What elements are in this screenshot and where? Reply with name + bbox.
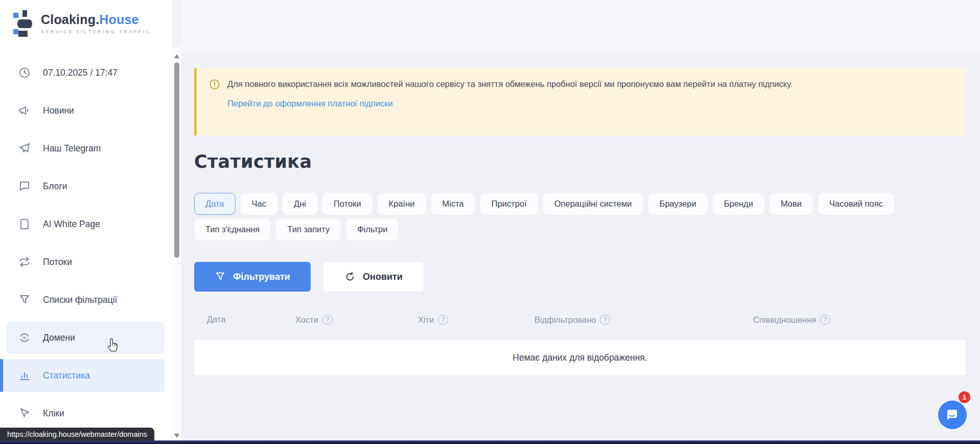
- funnel-icon: [18, 294, 31, 306]
- trial-warning-banner: Для повного використання всіх можливосте…: [194, 68, 966, 136]
- sidebar-item-label: Наш Telegram: [43, 143, 101, 154]
- filter-chips-row-1: Дата Час Дні Потоки Країни Міста Пристро…: [194, 193, 894, 215]
- sidebar-item-blogs[interactable]: Блоги: [0, 170, 165, 203]
- paper-plane-icon: [18, 142, 31, 154]
- filter-chip-brands[interactable]: Бренди: [713, 193, 764, 215]
- sidebar-item-label: 07.10.2025 / 17:47: [43, 68, 118, 78]
- filter-chip-time[interactable]: Час: [241, 193, 277, 215]
- sidebar-item-label: Потоки: [43, 257, 72, 268]
- scrollbar-thumb[interactable]: [174, 62, 179, 258]
- link-status-bar: https://cloaking.house/webmaster/domains: [0, 428, 154, 441]
- chat-bubble-icon: [18, 180, 31, 192]
- sidebar-item-label: AI White Page: [43, 219, 100, 230]
- brand-logo[interactable]: Cloaking.House SERVICE FILTERING TRAFFIC: [12, 8, 151, 38]
- refresh-icon: [344, 271, 356, 282]
- brand-tagline: SERVICE FILTERING TRAFFIC: [41, 29, 151, 34]
- column-header-date: Дата: [207, 315, 226, 324]
- sidebar-item-telegram[interactable]: Наш Telegram: [0, 132, 165, 165]
- filter-chips-row-2: Тип з'єднання Тип запиту Фільтри: [194, 218, 399, 240]
- domain-globe-icon: w: [18, 331, 31, 344]
- banner-subscribe-link[interactable]: Перейти до оформлення платної підписки: [227, 99, 393, 108]
- clock-icon: [18, 66, 31, 79]
- empty-state-text: Немає даних для відображення.: [512, 352, 647, 363]
- scroll-up-arrow[interactable]: [174, 54, 179, 58]
- filter-chip-cities[interactable]: Міста: [431, 193, 475, 215]
- filter-chip-days[interactable]: Дні: [283, 193, 317, 215]
- brand-logo-icon: [12, 8, 35, 38]
- column-header-hits: Хіти ?: [418, 315, 448, 325]
- cursor-arrow-icon: [18, 407, 31, 419]
- sidebar-nav: 07.10.2025 / 17:47 Новини Наш Telegram Б…: [0, 56, 165, 430]
- megaphone-icon: [18, 104, 31, 117]
- sidebar-item-domains[interactable]: w Домени: [6, 321, 165, 354]
- empty-state-row: Немає даних для відображення.: [194, 340, 966, 375]
- sidebar-item-label: Новини: [43, 105, 74, 116]
- sidebar-scrollbar[interactable]: [172, 47, 181, 444]
- filter-chip-request-type[interactable]: Тип запиту: [276, 218, 341, 240]
- scroll-down-arrow[interactable]: [174, 434, 179, 438]
- sidebar-item-news[interactable]: Новини: [0, 94, 165, 127]
- svg-text:w: w: [22, 335, 26, 340]
- page-title: Статистика: [194, 151, 312, 172]
- sidebar-item-flows[interactable]: Потоки: [0, 246, 165, 278]
- sidebar-item-statistics[interactable]: Статистика: [0, 359, 165, 392]
- column-header-hosts: Хости ?: [295, 315, 333, 325]
- filter-button[interactable]: Фільтрувати: [194, 262, 311, 292]
- sidebar-item-label: Кліки: [43, 408, 64, 419]
- refresh-button[interactable]: Оновити: [323, 262, 424, 292]
- chat-unread-badge: 1: [959, 391, 970, 403]
- filter-chip-flows[interactable]: Потоки: [322, 193, 372, 215]
- action-buttons: Фільтрувати Оновити: [194, 262, 424, 292]
- filter-chip-devices[interactable]: Пристрої: [480, 193, 538, 215]
- column-header-ratio: Співвідношення ?: [753, 315, 830, 325]
- sidebar-item-label: Блоги: [43, 181, 67, 192]
- filter-chip-languages[interactable]: Мови: [769, 193, 813, 215]
- warning-icon: [209, 79, 220, 91]
- filter-chip-countries[interactable]: Країни: [378, 193, 426, 215]
- sidebar-item-label: Домени: [43, 332, 75, 343]
- topbar: [181, 0, 980, 53]
- sidebar-item-label: Статистика: [43, 370, 90, 381]
- window-bottom-edge: [0, 440, 980, 444]
- chat-widget-icon: [945, 407, 960, 423]
- sidebar-item-label: Списки фільтрації: [43, 295, 117, 305]
- refresh-button-label: Оновити: [363, 272, 403, 282]
- sidebar-item-clicks[interactable]: Кліки: [0, 397, 165, 430]
- sidebar-item-filter-lists[interactable]: Списки фільтрації: [0, 283, 165, 316]
- filter-chip-date[interactable]: Дата: [194, 193, 236, 215]
- filter-chip-filters[interactable]: Фільтри: [346, 218, 399, 240]
- filter-chip-os[interactable]: Операційні системи: [543, 193, 643, 215]
- sidebar: Cloaking.House SERVICE FILTERING TRAFFIC…: [0, 0, 172, 444]
- chat-widget-button[interactable]: [938, 401, 967, 429]
- brand-name: Cloaking.House: [41, 12, 139, 27]
- filter-chip-connection-type[interactable]: Тип з'єднання: [194, 218, 271, 240]
- funnel-icon: [215, 271, 226, 282]
- help-icon[interactable]: ?: [600, 315, 610, 325]
- banner-text: Для повного використання всіх можливосте…: [227, 78, 792, 91]
- column-header-filtered: Відфільтровано ?: [534, 315, 610, 325]
- help-icon[interactable]: ?: [438, 315, 448, 325]
- help-icon[interactable]: ?: [322, 315, 333, 325]
- filter-chip-timezone[interactable]: Часовий пояс: [818, 193, 894, 215]
- flows-icon: [18, 256, 31, 268]
- bar-chart-icon: [18, 369, 31, 382]
- help-icon[interactable]: ?: [820, 315, 830, 325]
- filter-button-label: Фільтрувати: [233, 272, 290, 282]
- sidebar-item-datetime: 07.10.2025 / 17:47: [0, 56, 165, 89]
- page-icon: [18, 218, 31, 230]
- filter-chip-browsers[interactable]: Браузери: [648, 193, 708, 215]
- sidebar-item-ai-white-page[interactable]: AI White Page: [0, 208, 165, 240]
